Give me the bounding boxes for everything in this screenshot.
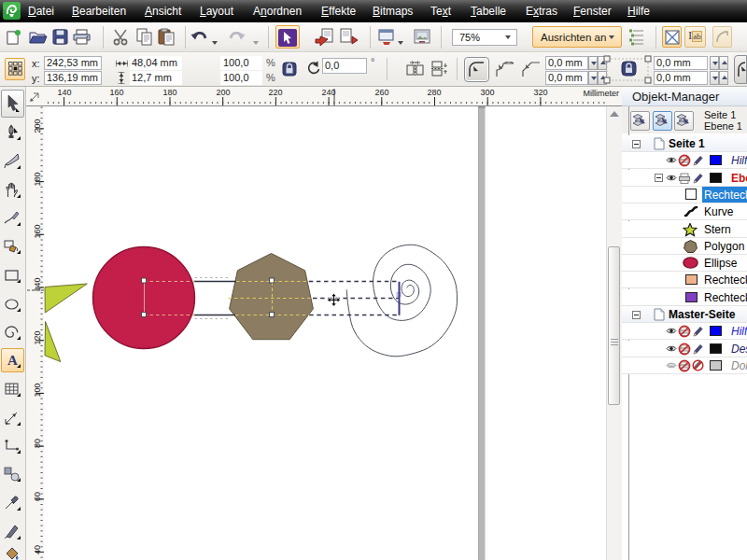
svg-text:A: A [7, 353, 18, 368]
